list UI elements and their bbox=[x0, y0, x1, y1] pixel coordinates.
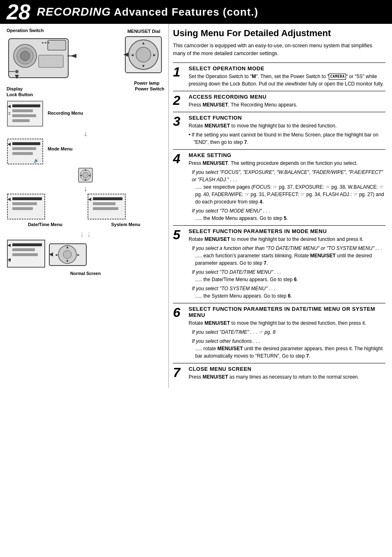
step-4: 4 MAKE SETTING Press MENU/SET. The setti… bbox=[173, 149, 385, 224]
page-number: 28 bbox=[7, 1, 30, 23]
step-6-italic-head-1: If you select "DATE/TIME" . . . ☞ pg. 8 bbox=[192, 328, 385, 336]
step-3-bullet: • If the setting you want cannot be foun… bbox=[189, 131, 385, 146]
svg-rect-50 bbox=[93, 202, 115, 205]
left-column: Operation Switch MENU/SET Dial bbox=[0, 24, 168, 388]
step-heading-2: ACCESS RECORDING MENU bbox=[189, 94, 385, 100]
svg-text:▼: ▼ bbox=[141, 64, 145, 68]
step-number-7: 7 bbox=[173, 366, 186, 381]
svg-point-61 bbox=[63, 250, 71, 259]
svg-text:▲: ▲ bbox=[84, 168, 87, 171]
step-body-1: Set the Operation Switch to "M". Then, s… bbox=[189, 73, 385, 88]
step-heading-3: SELECT FUNCTION bbox=[189, 115, 385, 121]
step-content-4: MAKE SETTING Press MENU/SET. The setting… bbox=[189, 152, 385, 222]
datetime-menu-screen bbox=[7, 193, 46, 220]
system-menu-label: System Menu bbox=[87, 222, 164, 227]
step-body-5: Rotate MENU/SET to move the highlight ba… bbox=[189, 236, 385, 300]
normal-screen-dial: ▲ ▼ ◄ ► bbox=[49, 243, 88, 266]
svg-point-7 bbox=[48, 42, 49, 44]
step-body-4: Press MENU/SET. The setting procedure de… bbox=[189, 159, 385, 222]
normal-screen-left: ± bbox=[7, 239, 46, 268]
page-header: 28 RECORDING Advanced Features (cont.) bbox=[0, 0, 392, 24]
header-rest: Advanced Features (cont.) bbox=[111, 6, 258, 18]
display-label: Display bbox=[7, 86, 23, 91]
step-number-1: 1 bbox=[173, 65, 186, 88]
step-4-italic-head-2: If you select "TO MODE MENU" . . . bbox=[192, 207, 385, 215]
step-number-2: 2 bbox=[173, 94, 186, 109]
svg-point-16 bbox=[136, 47, 151, 62]
step-heading-5: SELECT FUNCTION PARAMETERS IN MODE MENU bbox=[189, 228, 385, 234]
arrow-down-gray: ↓ ↓ bbox=[7, 229, 164, 239]
step-content-6: SELECT FUNCTION PARAMETERS IN DATE/TIME … bbox=[189, 306, 385, 360]
step-1: 1 SELECT OPERATION MODE Set the Operatio… bbox=[173, 62, 385, 90]
step-5-italic-head-3: If you select "TO SYSTEM MENU" . . . bbox=[192, 285, 385, 292]
svg-rect-27 bbox=[12, 119, 30, 122]
step-5-italic-head-2: If you select "TO DATE/TIME MENU" . . . bbox=[192, 268, 385, 276]
step-content-7: CLOSE MENU SCREEN Press MENU/SET as many… bbox=[189, 366, 385, 381]
step-6-italic-head-2: If you select other functions . . . bbox=[192, 337, 385, 345]
step-2: 2 ACCESS RECORDING MENU Press MENU/SET. … bbox=[173, 91, 385, 111]
step-number-6: 6 bbox=[173, 306, 186, 360]
datetime-menu-label: Date/Time Menu bbox=[7, 222, 84, 227]
section-title: Using Menu For Detailed Adjustment bbox=[173, 28, 385, 39]
svg-rect-25 bbox=[12, 109, 33, 112]
lock-button-label: Lock Button bbox=[7, 92, 164, 97]
step-heading-7: CLOSE MENU SCREEN bbox=[189, 366, 385, 372]
right-column: Using Menu For Detailed Adjustment This … bbox=[168, 24, 392, 388]
page-wrapper: 28 RECORDING Advanced Features (cont.) O… bbox=[0, 0, 392, 388]
step-5-italic-body-3: ..... the System Menu appears. Go to ste… bbox=[195, 292, 385, 300]
step-heading-1: SELECT OPERATION MODE bbox=[189, 65, 385, 72]
svg-text:🔊: 🔊 bbox=[34, 158, 39, 163]
flow-diagram: ± Recording Menu ↓ bbox=[7, 100, 164, 276]
step-number-5: 5 bbox=[173, 228, 186, 300]
step-number-3: 3 bbox=[173, 115, 186, 146]
svg-rect-55 bbox=[12, 248, 35, 251]
svg-rect-31 bbox=[12, 142, 40, 145]
svg-rect-8 bbox=[39, 55, 63, 67]
svg-text:▼: ▼ bbox=[66, 259, 69, 263]
step-heading-4: MAKE SETTING bbox=[189, 152, 385, 158]
step-body-3: Rotate MENU/SET to move the highlight ba… bbox=[189, 122, 385, 146]
svg-rect-49 bbox=[93, 197, 122, 200]
svg-rect-46 bbox=[12, 207, 33, 210]
svg-rect-56 bbox=[12, 253, 38, 256]
svg-text:▲: ▲ bbox=[141, 41, 145, 45]
svg-text:►: ► bbox=[89, 174, 92, 177]
svg-text:◄: ◄ bbox=[130, 53, 134, 57]
system-menu-screen bbox=[87, 193, 126, 220]
svg-point-37 bbox=[83, 172, 88, 178]
svg-text:▲: ▲ bbox=[66, 245, 69, 249]
step-4-italic-body-2: ..... the Mode Menu appears. Go to step … bbox=[195, 215, 385, 222]
step-body-2: Press MENU/SET. The Recording Menu appea… bbox=[189, 101, 385, 109]
step-content-3: SELECT FUNCTION Rotate MENU/SET to move … bbox=[189, 115, 385, 146]
svg-rect-4 bbox=[48, 40, 66, 50]
step-6: 6 SELECT FUNCTION PARAMETERS IN DATE/TIM… bbox=[173, 303, 385, 362]
display-screen: ± bbox=[7, 100, 44, 127]
step-3: 3 SELECT FUNCTION Rotate MENU/SET to mov… bbox=[173, 112, 385, 148]
svg-point-5 bbox=[42, 42, 44, 44]
svg-rect-32 bbox=[12, 147, 36, 150]
step-7: 7 CLOSE MENU SCREEN Press MENU/SET as ma… bbox=[173, 363, 385, 383]
svg-rect-26 bbox=[12, 114, 36, 117]
small-dial-icon: ▲ ▼ ◄ ► bbox=[78, 168, 93, 183]
step-content-1: SELECT OPERATION MODE Set the Operation … bbox=[189, 65, 385, 88]
svg-text:►: ► bbox=[152, 53, 157, 57]
svg-text:►: ► bbox=[77, 253, 81, 257]
step-body-6: Rotate MENU/SET to move the highlight ba… bbox=[189, 319, 385, 360]
step-4-italic-body-1: ..... see respective pages (FOCUS: ☞ pg.… bbox=[195, 183, 385, 206]
mode-menu-label: Mode Menu bbox=[48, 146, 73, 151]
step-5: 5 SELECT FUNCTION PARAMETERS IN MODE MEN… bbox=[173, 225, 385, 302]
svg-point-3 bbox=[20, 51, 30, 61]
svg-text:▼: ▼ bbox=[84, 178, 87, 181]
power-lamp-label: Power lamp bbox=[134, 81, 159, 86]
svg-rect-33 bbox=[12, 152, 33, 155]
step-5-italic-head-1: If you select a function other than "TO … bbox=[192, 245, 385, 252]
step-content-2: ACCESS RECORDING MENU Press MENU/SET. Th… bbox=[189, 94, 385, 109]
step-body-7: Press MENU/SET as many times as necessar… bbox=[189, 373, 385, 381]
svg-point-6 bbox=[45, 42, 46, 44]
step-6-italic-body-2: ..... rotate MENU/SET until the desired … bbox=[195, 345, 385, 360]
svg-rect-54 bbox=[12, 243, 42, 246]
menu-set-label: MENU/SET Dial bbox=[127, 29, 160, 34]
step-number-4: 4 bbox=[173, 152, 186, 222]
step-5-italic-body-1: ..... each function's parameter starts b… bbox=[195, 252, 385, 267]
svg-text:±: ± bbox=[8, 111, 11, 116]
